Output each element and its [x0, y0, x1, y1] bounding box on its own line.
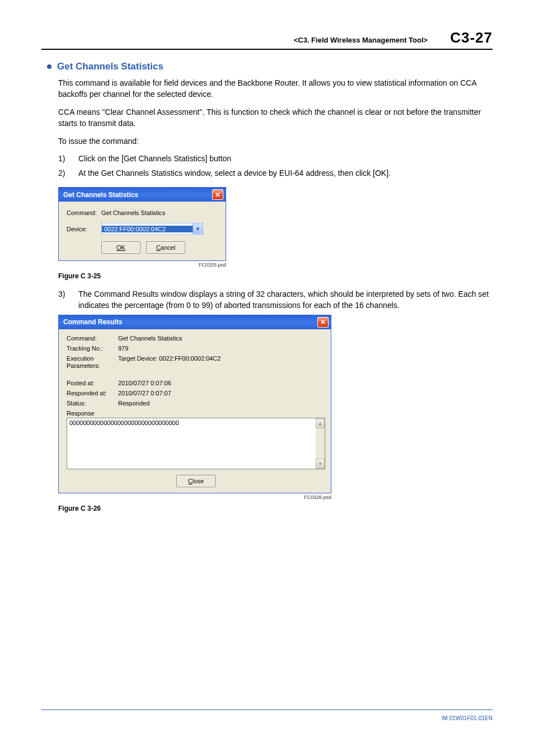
cancel-button[interactable]: Cancel	[146, 241, 185, 254]
chevron-down-icon[interactable]: ▼	[193, 223, 203, 234]
device-select[interactable]: 0022:FF00:0002:04C2 ▼	[101, 223, 203, 235]
step-text: The Command Results window displays a st…	[78, 289, 493, 311]
section-heading: Get Channels Statistics	[57, 61, 163, 72]
figure-caption: Figure C 3-26	[58, 505, 493, 512]
command-label: Command:	[67, 209, 101, 216]
field-value: Get Channels Statistics	[118, 335, 325, 342]
command-value: Get Channels Statistics	[101, 209, 165, 216]
close-icon[interactable]: ✕	[317, 317, 329, 328]
field-row: Status: Responded	[67, 400, 325, 407]
field-row: Response	[67, 410, 325, 417]
dialog-body: Command: Get Channels Statistics Device:…	[59, 202, 226, 260]
chapter-label: <C3. Field Wireless Management Tool>	[294, 36, 428, 44]
response-text: 00000000000000000000000000000000	[69, 419, 179, 426]
step-item: 2) At the Get Channels Statistics window…	[58, 168, 493, 179]
paragraph: This command is available for field devi…	[58, 78, 493, 100]
dialog2-screenshot: Command Results ✕ Command: Get Channels …	[58, 315, 331, 500]
steps-list: 3) The Command Results window displays a…	[58, 289, 493, 311]
close-icon[interactable]: ✕	[212, 189, 223, 200]
page-header: <C3. Field Wireless Management Tool> C3-…	[41, 29, 493, 50]
device-select-value: 0022:FF00:0002:04C2	[102, 226, 193, 232]
field-value: 2010/07/27 0:07:06	[118, 380, 325, 386]
field-label: Posted at:	[67, 380, 118, 386]
command-results-dialog: Command Results ✕ Command: Get Channels …	[58, 315, 331, 493]
scroll-down-icon[interactable]: ▼	[316, 459, 325, 469]
field-value: 2010/07/27 0:07:07	[118, 390, 325, 396]
close-button[interactable]: Close	[176, 475, 216, 487]
field-value: Responded	[118, 400, 325, 407]
dialog-buttons: OK Cancel	[67, 241, 220, 254]
field-value: 979	[118, 345, 325, 352]
field-row: Execution Parameters: Target Device: 002…	[67, 355, 325, 370]
step-item: 3) The Command Results window displays a…	[58, 289, 493, 311]
page-number: C3-27	[450, 29, 493, 46]
field-value: Target Device: 0022:FF00:0002:04C2	[118, 355, 325, 370]
response-textarea[interactable]: 00000000000000000000000000000000 ▲ ▼	[67, 418, 325, 469]
body-text: This command is available for field devi…	[58, 78, 493, 179]
bullet-icon	[47, 64, 51, 69]
field-label: Tracking No.:	[67, 345, 118, 352]
step-number: 2)	[58, 168, 78, 179]
scroll-up-icon[interactable]: ▲	[316, 418, 325, 428]
paragraph: CCA means "Clear Channel Assessment". Th…	[58, 107, 493, 129]
paragraph: To issue the command:	[58, 136, 493, 147]
field-label: Command:	[67, 335, 118, 342]
dialog-title: Command Results	[63, 318, 122, 326]
field-label: Response	[67, 410, 118, 417]
field-row: Posted at: 2010/07/27 0:07:06	[67, 380, 325, 386]
dialog-titlebar: Command Results ✕	[59, 315, 331, 329]
device-row: Device: 0022:FF00:0002:04C2 ▼	[67, 223, 220, 235]
field-label: Execution Parameters:	[67, 355, 118, 370]
step-item: 1) Click on the [Get Channels Statistics…	[58, 153, 493, 165]
dialog-titlebar: Get Channels Statistics ✕	[59, 188, 226, 202]
field-row: Responded at: 2010/07/27 0:07:07	[67, 390, 325, 396]
ok-button[interactable]: OK	[101, 241, 140, 254]
steps-list: 1) Click on the [Get Channels Statistics…	[58, 153, 493, 179]
get-channels-dialog: Get Channels Statistics ✕ Command: Get C…	[58, 187, 226, 261]
psd-filename: FC0326.psd	[58, 494, 331, 500]
step-number: 1)	[58, 153, 78, 165]
step-text: At the Get Channels Statistics window, s…	[78, 168, 493, 179]
body-text: 3) The Command Results window displays a…	[58, 289, 493, 311]
footer-rule	[41, 710, 493, 710]
footer-docid: IM 01W01F01-01EN	[442, 715, 493, 721]
step-text: Click on the [Get Channels Statistics] b…	[78, 153, 493, 165]
scrollbar[interactable]: ▲ ▼	[316, 418, 325, 469]
field-label: Status:	[67, 400, 118, 407]
command-row: Command: Get Channels Statistics	[67, 209, 220, 216]
dialog1-screenshot: Get Channels Statistics ✕ Command: Get C…	[58, 187, 226, 268]
psd-filename: FC0325.psd	[58, 262, 226, 268]
section-title: Get Channels Statistics	[47, 61, 493, 72]
dialog-title: Get Channels Statistics	[63, 191, 138, 199]
figure-caption: Figure C 3-25	[58, 272, 493, 280]
dialog-body: Command: Get Channels Statistics Trackin…	[59, 329, 331, 493]
field-label: Responded at:	[67, 390, 118, 396]
field-row: Command: Get Channels Statistics	[67, 335, 325, 342]
step-number: 3)	[58, 289, 78, 311]
device-label: Device:	[67, 226, 101, 232]
field-row: Tracking No.: 979	[67, 345, 325, 352]
page: <C3. Field Wireless Management Tool> C3-…	[0, 0, 534, 756]
dialog-buttons: Close	[67, 475, 325, 487]
